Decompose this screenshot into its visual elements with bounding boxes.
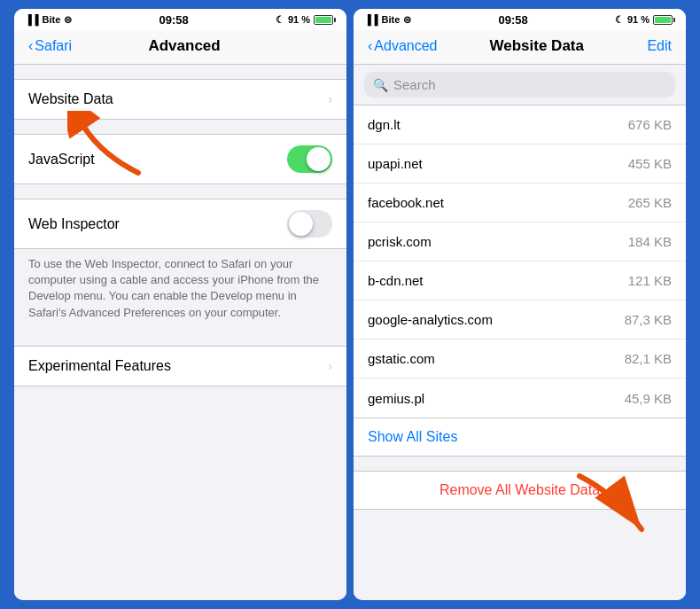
back-label-left: Safari xyxy=(35,38,72,54)
content-left: Website Data › JavaScript xyxy=(14,65,346,600)
website-data-label: Website Data xyxy=(28,91,113,107)
site-size: 121 KB xyxy=(628,273,672,288)
back-button-left[interactable]: ‹ Safari xyxy=(28,38,72,54)
page-title-left: Advanced xyxy=(148,37,220,55)
moon-icon-right: ☾ xyxy=(615,14,624,26)
status-left-right: ▐▐ Bite ⊜ xyxy=(364,14,411,26)
javascript-item: JavaScript xyxy=(14,135,346,183)
back-chevron-icon: ‹ xyxy=(28,38,33,54)
list-item[interactable]: facebook.net 265 KB xyxy=(354,183,686,223)
web-inspector-label: Web Inspector xyxy=(28,216,120,232)
left-phone-screen: ▐▐ Bite ⊜ 09:58 ☾ 91 % ‹ Safari Advanced xyxy=(14,9,346,600)
site-domain: dgn.lt xyxy=(368,117,401,132)
website-data-item[interactable]: Website Data › xyxy=(14,80,346,119)
carrier-name-right: Bite xyxy=(382,14,401,25)
battery-icon-right xyxy=(653,15,675,25)
site-size: 455 KB xyxy=(628,156,672,171)
list-item[interactable]: pcrisk.com 184 KB xyxy=(354,223,686,262)
site-domain: b-cdn.net xyxy=(368,273,424,288)
time-right: 09:58 xyxy=(499,13,528,27)
list-group-javascript: JavaScript xyxy=(14,134,346,184)
site-domain: pcrisk.com xyxy=(368,234,432,249)
content-right: dgn.lt 676 KB upapi.net 455 KB facebook.… xyxy=(354,105,686,600)
site-size: 265 KB xyxy=(628,195,672,210)
back-chevron-icon-right: ‹ xyxy=(368,38,372,54)
edit-button[interactable]: Edit xyxy=(636,38,672,54)
signal-icon-right: ▐▐ xyxy=(364,14,378,25)
section-experimental: Experimental Features › xyxy=(14,346,346,386)
search-placeholder: Search xyxy=(393,77,436,92)
back-label-right: Advanced xyxy=(374,38,437,54)
website-data-chevron: › xyxy=(328,92,332,106)
battery-percentage-left: 91 % xyxy=(288,14,310,25)
search-container: 🔍 Search xyxy=(354,65,686,105)
list-item[interactable]: upapi.net 455 KB xyxy=(354,144,686,183)
experimental-item[interactable]: Experimental Features › xyxy=(14,347,346,386)
right-phone-screen: ▐▐ Bite ⊜ 09:58 ☾ 91 % ‹ Advanced Websit… xyxy=(354,9,686,600)
javascript-toggle[interactable] xyxy=(287,145,332,173)
site-domain: facebook.net xyxy=(368,195,444,210)
toggle-knob-js xyxy=(307,147,331,171)
wifi-icon: ⊜ xyxy=(64,14,72,26)
section-javascript: JavaScript xyxy=(14,134,346,184)
battery-percentage-right: 91 % xyxy=(627,14,649,25)
nav-bar-right: ‹ Advanced Website Data Edit xyxy=(354,30,686,65)
site-size: 87,3 KB xyxy=(625,312,672,327)
time-left: 09:58 xyxy=(159,13,189,27)
status-left: ▐▐ Bite ⊜ xyxy=(25,14,72,26)
status-bar-right: ▐▐ Bite ⊜ 09:58 ☾ 91 % xyxy=(354,9,686,30)
wifi-icon-right: ⊜ xyxy=(403,14,411,26)
web-inspector-item: Web Inspector xyxy=(14,199,346,248)
site-domain: google-analytics.com xyxy=(368,312,493,327)
list-group-web-inspector: Web Inspector xyxy=(14,199,346,249)
site-domain: gemius.pl xyxy=(368,391,424,406)
web-inspector-info: To use the Web Inspector, connect to Saf… xyxy=(14,249,346,332)
site-size: 45,9 KB xyxy=(625,391,672,406)
web-inspector-toggle[interactable] xyxy=(287,210,332,238)
back-button-right[interactable]: ‹ Advanced xyxy=(368,38,438,54)
search-icon: 🔍 xyxy=(373,78,388,92)
moon-icon: ☾ xyxy=(276,14,284,26)
section-website-data: Website Data › xyxy=(14,79,346,120)
site-size: 676 KB xyxy=(628,117,672,132)
battery-icon-left xyxy=(314,15,336,25)
signal-icon: ▐▐ xyxy=(25,14,39,25)
list-item[interactable]: gemius.pl 45,9 KB xyxy=(354,379,686,418)
site-size: 184 KB xyxy=(628,234,672,249)
list-item[interactable]: gstatic.com 82,1 KB xyxy=(354,340,686,379)
search-bar[interactable]: 🔍 Search xyxy=(364,72,675,98)
website-data-list: dgn.lt 676 KB upapi.net 455 KB facebook.… xyxy=(354,105,686,418)
list-item[interactable]: google-analytics.com 87,3 KB xyxy=(354,301,686,340)
experimental-label: Experimental Features xyxy=(28,358,171,374)
list-group-experimental: Experimental Features › xyxy=(14,346,346,386)
list-item[interactable]: dgn.lt 676 KB xyxy=(354,105,686,144)
javascript-label: JavaScript xyxy=(28,152,95,168)
carrier-name: Bite xyxy=(43,14,61,25)
site-size: 82,1 KB xyxy=(625,351,672,366)
toggle-knob-wi xyxy=(289,212,313,236)
page-title-right: Website Data xyxy=(490,37,584,55)
experimental-chevron: › xyxy=(328,359,332,373)
section-web-inspector: Web Inspector To use the Web Inspector, … xyxy=(14,199,346,332)
status-bar-left: ▐▐ Bite ⊜ 09:58 ☾ 91 % xyxy=(14,9,346,30)
list-group-website-data: Website Data › xyxy=(14,79,346,120)
status-right-right: ☾ 91 % xyxy=(615,14,675,26)
site-domain: gstatic.com xyxy=(368,351,435,366)
nav-bar-left: ‹ Safari Advanced xyxy=(14,30,346,65)
remove-all-button[interactable]: Remove All Website Data xyxy=(354,471,686,510)
list-item[interactable]: b-cdn.net 121 KB xyxy=(354,262,686,301)
status-right-left: ☾ 91 % xyxy=(276,14,336,26)
show-all-sites[interactable]: Show All Sites xyxy=(354,418,686,457)
site-domain: upapi.net xyxy=(368,156,423,171)
